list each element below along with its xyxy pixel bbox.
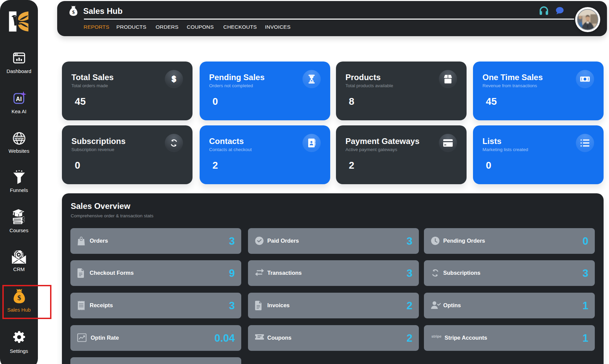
svg-text:$: $ [72, 9, 75, 15]
svg-text:stripe: stripe [431, 334, 442, 338]
svg-text:AI: AI [16, 96, 22, 102]
svg-text:WWW: WWW [15, 137, 24, 140]
svg-text:$: $ [172, 75, 176, 83]
